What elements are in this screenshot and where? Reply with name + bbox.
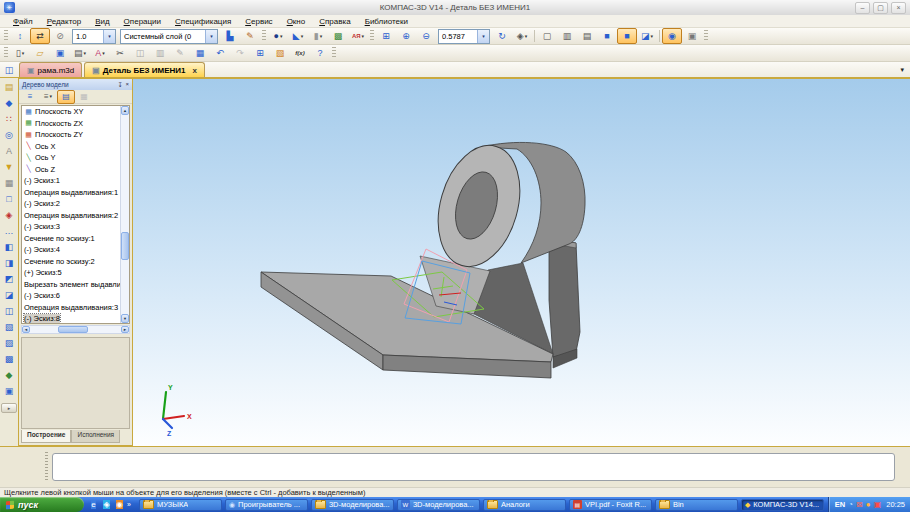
cutaway-icon[interactable]: ◪▾ [637,28,657,44]
tree-filter-icon[interactable]: ≡▾ [39,90,57,104]
start-button[interactable]: пуск [0,497,84,512]
taskbar-button-player[interactable]: ◉ Проигрыватель ... [225,499,308,511]
cut-extrude-icon[interactable]: ◫ [2,304,16,318]
menu-item[interactable]: Спецификация [168,15,238,28]
zoom-out-icon[interactable]: ⊖ [416,28,436,44]
rotate-view-icon[interactable]: ↻ [492,28,512,44]
tab-rama-m3d[interactable]: ▣ рама.m3d [19,62,82,77]
menu-item[interactable]: Справка [312,15,357,28]
hidden-dashed-icon[interactable]: ▤ [577,28,597,44]
taskbar-button-kompas[interactable]: ◆ КОМПАС-3D V14... [741,499,824,511]
viewport-canvas[interactable]: Y X Z [133,79,910,446]
property-bar-grip[interactable] [45,452,48,482]
tree-structure-icon[interactable]: ≡ [21,90,39,104]
curve-icon[interactable]: ◎ [2,128,16,142]
tree-relations-icon[interactable]: ▦ [75,90,93,104]
taskbar-button-3d-doc[interactable]: W 3D-моделирова... [397,499,480,511]
scroll-up-icon[interactable]: ▲ [121,106,129,115]
extrude-icon[interactable]: ◧ [2,240,16,254]
scroll-down-icon[interactable]: ▼ [121,314,129,323]
scroll-left-icon[interactable]: ◄ [22,326,30,333]
tree-composition-icon[interactable]: ▤ [57,90,75,104]
reference-view-icon[interactable]: ▣ [682,28,702,44]
tree-item-sketch-1[interactable]: (-) Эскиз:1 [22,175,129,187]
menu-item[interactable]: Окно [280,15,313,28]
menu-item[interactable]: Файл [6,15,40,28]
redo-icon[interactable]: ↷ [230,45,250,61]
states-pencil-icon[interactable]: ✎ [240,28,260,44]
chevron-down-icon[interactable]: ▾ [103,30,115,43]
toolbar-grip[interactable] [370,30,374,42]
display-wedge-icon[interactable]: ◣▾ [288,28,308,44]
close-icon[interactable]: × [891,2,906,14]
zoom-combo[interactable]: 0.5787 ▾ [438,29,490,44]
fillet-icon[interactable]: ▧ [2,320,16,334]
tree-item-sketch-6[interactable]: (-) Эскиз:6 [22,290,129,302]
display-cylinder-icon[interactable]: ▮▾ [308,28,328,44]
plane-tool-icon[interactable]: □ [2,192,16,206]
help-select-icon[interactable]: ? [310,45,330,61]
tree-vertical-scrollbar[interactable]: ▲ ▼ [120,106,129,323]
tree-horizontal-scrollbar[interactable]: ◄ ► [21,325,130,334]
format-brush-icon[interactable]: ✎ [170,45,190,61]
display-sphere-icon[interactable]: ●▾ [268,28,288,44]
tab-building[interactable]: Построение [21,430,71,443]
toolbar-grip[interactable] [4,47,8,59]
minimize-icon[interactable]: – [855,2,870,14]
viewport[interactable]: Y X Z [133,78,910,446]
scale-combo[interactable]: 1.0 ▾ [72,29,116,44]
measure-icon[interactable]: ▼ [2,160,16,174]
menu-item[interactable]: Сервис [238,15,279,28]
spreadsheet-icon[interactable]: ▦ [190,45,210,61]
taskbar-button-bin[interactable]: Bin [655,499,738,511]
copy-icon[interactable]: ◫ [130,45,150,61]
chevron-down-icon[interactable]: ▾ [205,30,217,43]
taskbar-button-3d-folder[interactable]: 3D-моделирова... [311,499,394,511]
ie-quicklaunch-icon[interactable]: e [88,499,99,510]
scroll-right-icon[interactable]: ► [121,326,129,333]
taskbar-clock[interactable]: 20:25 [886,500,905,509]
text-tool-icon[interactable]: A [2,144,16,158]
paste-icon[interactable]: ▥ [150,45,170,61]
draft-icon[interactable]: ◆ [2,368,16,382]
variables-icon[interactable]: ▧ [270,45,290,61]
print-icon[interactable]: ▤▾ [70,45,90,61]
display-box-icon[interactable]: ▩ [328,28,348,44]
media-quicklaunch-icon[interactable]: ◉ [114,499,125,510]
tree-item-plane-zy[interactable]: ▦ Плоскость ZY [22,129,129,141]
new-icon[interactable]: ▯▾ [10,45,30,61]
property-bar-field[interactable] [52,453,895,481]
tray-update-icon[interactable]: ◔ [848,501,853,509]
revolve-icon[interactable]: ◨ [2,256,16,270]
menu-item[interactable]: Операции [117,15,168,28]
layer-combo[interactable]: Системный слой (0 ▾ [120,29,218,44]
taskbar-button-vpi-pdf[interactable]: ▤ VPI.pdf - Foxit R... [569,499,652,511]
panel-close-icon[interactable]: × [125,81,129,88]
scrollbar-thumb[interactable] [121,232,129,260]
calculator-icon[interactable]: ⊞ [250,45,270,61]
document-area-icon[interactable]: ◫ [2,63,16,76]
toolbar-grip[interactable] [262,30,266,42]
tree-item-axis-x[interactable]: ╲ Ось X [22,141,129,153]
tree-item-axis-y[interactable]: ╲ Ось Y [22,152,129,164]
tab-close-icon[interactable]: x [193,66,197,75]
shaded-icon[interactable]: ■ [597,28,617,44]
compact-expander-icon[interactable]: ▸ [1,403,17,413]
tree-item-extrude-3[interactable]: Операция выдавливания:3 [22,302,129,314]
taskbar-button-muzyka[interactable]: МУЗЫКА [139,499,222,511]
tray-network-icon[interactable]: ⊠ [856,501,863,509]
wireframe-icon[interactable]: ▢ [537,28,557,44]
perspective-icon[interactable]: ◉ [662,28,682,44]
rib-icon[interactable]: ▩ [2,352,16,366]
axis-tool-icon[interactable]: ◈ [2,208,16,222]
snap-toggle-icon[interactable]: ⇄ [30,28,50,44]
tree-item-section-1[interactable]: Сечение по эскизу:1 [22,233,129,245]
open-icon[interactable]: ▱ [30,45,50,61]
menu-item[interactable]: Вид [88,15,116,28]
preview-icon[interactable]: A▾ [90,45,110,61]
tab-executions[interactable]: Исполнения [71,430,120,443]
scrollbar-thumb[interactable] [58,326,88,333]
toolbar-grip[interactable] [704,30,708,42]
orientation-icon[interactable]: ◈▾ [512,28,532,44]
pin-icon[interactable]: ↧ [117,81,122,88]
